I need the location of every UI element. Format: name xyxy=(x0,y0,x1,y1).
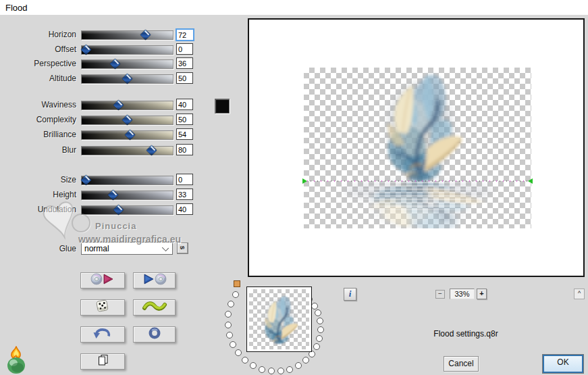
ok-button[interactable]: OK xyxy=(543,355,583,373)
slider-label-altitude: Altitude xyxy=(0,74,76,83)
slider-value-waviness[interactable] xyxy=(176,99,193,110)
dial-dot[interactable] xyxy=(242,357,248,364)
preview-thumbnail[interactable] xyxy=(246,286,312,352)
slider-track-height[interactable] xyxy=(81,191,173,200)
window-titlebar: Flood xyxy=(0,0,588,15)
slider-track-complexity[interactable] xyxy=(81,116,173,125)
color-swatch[interactable] xyxy=(215,99,230,114)
save-settings-button[interactable] xyxy=(133,272,176,289)
slider-track-brilliance[interactable] xyxy=(81,130,173,140)
squiggle-icon xyxy=(140,300,169,315)
ring-button[interactable] xyxy=(133,326,176,343)
slider-track-offset[interactable] xyxy=(81,45,173,55)
slider-thumb-altitude[interactable] xyxy=(122,74,133,84)
random-button[interactable] xyxy=(80,299,125,316)
info-button[interactable]: i xyxy=(344,288,356,301)
slider-label-horizon: Horizon xyxy=(0,30,76,39)
slider-thumb-offset[interactable] xyxy=(81,45,92,55)
glue-selected-value: normal xyxy=(84,244,109,253)
slider-value-offset[interactable] xyxy=(176,43,193,55)
cd-arrow-red-icon xyxy=(88,273,117,288)
slider-label-blur: Blur xyxy=(0,145,76,155)
window-title: Flood xyxy=(5,3,28,13)
slider-value-brilliance[interactable] xyxy=(176,128,193,140)
slider-value-size[interactable] xyxy=(176,174,193,185)
slider-value-complexity[interactable] xyxy=(176,114,193,125)
flood-dialog: Flood HorizonOffsetPerspectiveAltitudeWa… xyxy=(0,0,588,375)
dial-dot[interactable] xyxy=(311,303,318,309)
slider-value-altitude[interactable] xyxy=(176,72,193,84)
watermark-line1: Pinuccia xyxy=(95,221,136,231)
slider-label-complexity: Complexity xyxy=(0,115,76,124)
slider-track-undulation[interactable] xyxy=(81,205,173,215)
slider-thumb-waviness[interactable] xyxy=(113,100,124,111)
horizon-marker-left[interactable] xyxy=(302,178,307,184)
undo-button[interactable] xyxy=(80,326,125,343)
watermark-circle xyxy=(72,214,90,232)
zoom-out-button[interactable]: − xyxy=(435,290,445,299)
copy-pages-icon xyxy=(88,354,117,369)
slider-thumb-complexity[interactable] xyxy=(122,115,133,126)
slider-thumb-perspective[interactable] xyxy=(110,59,121,70)
dial-dot[interactable] xyxy=(259,366,265,373)
scroll-up-button[interactable]: ^ xyxy=(574,289,585,299)
thumbnail-flower xyxy=(249,289,309,349)
zoom-level: 33% xyxy=(450,289,475,299)
slider-label-waviness: Waviness xyxy=(0,100,76,109)
slider-value-undulation[interactable] xyxy=(176,203,193,215)
wave-button[interactable] xyxy=(133,299,176,316)
copy-button[interactable] xyxy=(80,353,125,370)
slider-track-altitude[interactable] xyxy=(81,74,173,84)
dial-dot[interactable] xyxy=(226,332,233,339)
slider-label-perspective: Perspective xyxy=(0,59,76,68)
dial-dot[interactable] xyxy=(225,322,232,328)
watermark-line2: www.maidiregrafica.eu xyxy=(78,234,181,245)
dial-position-marker[interactable] xyxy=(234,280,240,287)
slider-track-perspective[interactable] xyxy=(81,59,173,69)
flood-reflection xyxy=(304,182,531,228)
flood-preview-flower xyxy=(369,69,471,182)
dial-dot[interactable] xyxy=(230,341,236,348)
slider-value-blur[interactable] xyxy=(176,144,193,155)
slider-value-horizon[interactable] xyxy=(176,28,194,41)
ring-icon xyxy=(140,327,169,342)
horizon-marker-right[interactable] xyxy=(528,178,533,184)
slider-thumb-blur[interactable] xyxy=(146,145,157,156)
slider-track-size[interactable] xyxy=(81,176,173,185)
slider-track-blur[interactable] xyxy=(81,146,173,155)
zoom-in-button[interactable]: + xyxy=(477,289,487,299)
slider-track-horizon[interactable] xyxy=(81,30,173,40)
preview-image[interactable] xyxy=(304,68,531,228)
slider-thumb-size[interactable] xyxy=(81,175,92,186)
settings-filename: Flood settings.q8r xyxy=(398,329,533,339)
chevron-down-icon xyxy=(162,245,169,251)
horizon-line[interactable] xyxy=(304,180,531,182)
slider-thumb-brilliance[interactable] xyxy=(125,130,136,141)
slider-thumb-height[interactable] xyxy=(108,190,119,201)
load-settings-button[interactable] xyxy=(80,272,125,289)
slider-track-waviness[interactable] xyxy=(81,101,173,110)
slider-value-height[interactable] xyxy=(176,189,193,200)
dial-dot[interactable] xyxy=(313,343,320,350)
slider-label-brilliance: Brilliance xyxy=(0,130,76,139)
cancel-button[interactable]: Cancel xyxy=(444,356,479,372)
slider-thumb-horizon[interactable] xyxy=(140,30,151,41)
preview-panel[interactable] xyxy=(248,18,585,277)
dice-icon xyxy=(88,300,117,315)
undo-arrow-icon xyxy=(88,327,117,342)
arrow-cd-blue-icon xyxy=(140,273,169,288)
dial-dot[interactable] xyxy=(317,326,324,333)
flaming-pear-logo xyxy=(4,346,28,374)
slider-thumb-undulation[interactable] xyxy=(113,205,124,216)
slider-value-perspective[interactable] xyxy=(176,57,193,69)
dial-dot[interactable] xyxy=(316,335,323,342)
slider-label-offset: Offset xyxy=(0,45,76,54)
